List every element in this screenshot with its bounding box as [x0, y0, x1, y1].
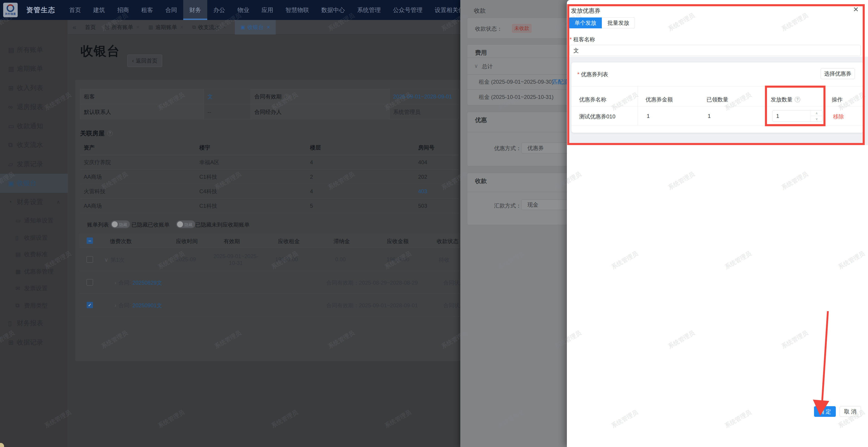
cancel-button[interactable]: 取 消: [840, 406, 861, 417]
row-checkbox[interactable]: [87, 279, 93, 286]
tab-single-issue[interactable]: 单个发放: [569, 18, 602, 28]
nav-item-finance[interactable]: 财务: [183, 0, 207, 20]
back-home-button[interactable]: ‹ 返回首页: [127, 55, 162, 67]
coupon-list-card: 优惠券列表 选择优惠券 优惠券名称 优惠券金额 已领数量 发放数量? 操作 测试…: [571, 62, 864, 133]
select-all-checkbox[interactable]: –: [87, 237, 93, 244]
status-label: 收款状态：: [475, 25, 502, 32]
sidebar-item-all-bills[interactable]: ▤所有账单: [0, 40, 68, 59]
hide-paid-bills-toggle[interactable]: 隐藏: [111, 220, 130, 228]
collapse-icon[interactable]: ∨: [474, 63, 478, 69]
table-row: 安庆疗养院幸福A区 4404: [80, 155, 458, 170]
overdue-doc-icon: ▥: [148, 24, 153, 30]
sidebar-item-fee-types[interactable]: ⧉费用类型: [0, 297, 68, 314]
issue-qty-input[interactable]: 1: [773, 111, 811, 122]
bills-table: – 缴费次数 应收时间 有效期 应收租金 滞纳金 应收金额 收款状态 ∨第1次 …: [80, 234, 483, 316]
close-tab-icon[interactable]: ✕: [136, 25, 140, 30]
room-link[interactable]: 403: [418, 188, 427, 195]
tenant-link[interactable]: 文: [208, 93, 213, 100]
info-label-contact: 默认联系人: [80, 104, 204, 120]
confirm-button[interactable]: 确 定: [814, 406, 836, 417]
tab-batch-issue[interactable]: 批量发放: [602, 18, 635, 28]
expand-row-icon[interactable]: ›: [115, 280, 116, 286]
sidebar-item-invoice-records[interactable]: ▱发票记录: [0, 155, 68, 174]
contract-link[interactable]: 20250901文: [132, 302, 162, 308]
issue-qty-stepper[interactable]: 1 ∧ ∨: [772, 110, 823, 122]
status-badge: 未收款: [512, 24, 531, 33]
sidebar-item-finance-settings[interactable]: ◔财务设置∧: [0, 192, 68, 212]
coupon-amount-cell: 1: [647, 113, 650, 119]
logo-swirl-icon: [7, 4, 14, 12]
nav-item-property[interactable]: 物业: [231, 0, 255, 20]
tenant-name-label: 租客名称: [569, 36, 595, 43]
sidebar-item-notice-settings[interactable]: ▭通知单设置: [0, 212, 68, 229]
sidebar-item-coupon-management[interactable]: ▦优惠券管理: [0, 263, 68, 280]
nav-item-tenant[interactable]: 租客: [135, 0, 159, 20]
close-icon[interactable]: ✕: [853, 5, 859, 13]
stepper-up-icon[interactable]: ∧: [811, 111, 823, 116]
sidebar-item-overdue-bills[interactable]: ▥逾期账单: [0, 59, 68, 78]
collapse-tabs-icon[interactable]: «: [72, 23, 76, 31]
nav-item-home[interactable]: 首页: [63, 0, 87, 20]
table-row: AA商场C1科技 2202: [80, 170, 458, 184]
chevron-left-icon: ‹: [132, 58, 134, 64]
collapse-row-icon[interactable]: ∨: [104, 257, 108, 263]
sidebar-item-income-list[interactable]: ⊞收入列表: [0, 79, 68, 97]
discount-title: 优惠: [475, 116, 487, 124]
close-tab-icon[interactable]: ✕: [223, 25, 226, 30]
hide-paid-bills-label: 已隐藏已收账单: [131, 221, 169, 228]
cashier-card: 租客 文 合同有效期? 2025-09-01~2028-09-01 默认联系人 …: [75, 80, 460, 361]
nav-item-datacenter[interactable]: 数据中心: [315, 0, 351, 20]
message-icon: ▭: [8, 122, 14, 130]
report-icon: ▯: [8, 320, 11, 327]
fee-row-rent-2: 租金 (2025-10-01~2025-10-31): [479, 93, 554, 101]
fixed-column-divider: [638, 86, 638, 125]
sidebar-item-finance-report[interactable]: ▯财务报表: [0, 314, 68, 333]
sidebar-item-checkout-report[interactable]: ∞退房报表: [0, 97, 68, 117]
drawer-title: 收款: [474, 7, 486, 15]
info-label-tenant: 租客: [80, 89, 204, 104]
sidebar-item-receipt-settings[interactable]: ▯收据设置: [0, 229, 68, 246]
row-checkbox[interactable]: [87, 256, 93, 263]
hide-undue-bills-toggle[interactable]: 隐藏: [176, 220, 195, 228]
nav-item-contract[interactable]: 合同: [159, 0, 183, 20]
remove-coupon-link[interactable]: 移除: [833, 113, 844, 120]
choose-coupon-button[interactable]: 选择优惠券: [820, 68, 855, 79]
nav-item-apps[interactable]: 应用: [255, 0, 279, 20]
nav-item-building[interactable]: 建筑: [87, 0, 111, 20]
fee-type-icon: ⧉: [16, 302, 20, 309]
close-tab-icon[interactable]: ✕: [267, 25, 270, 30]
nav-item-sysadmin[interactable]: 系统管理: [351, 0, 387, 20]
nav-item-office[interactable]: 办公: [207, 0, 231, 20]
tab-all-bills[interactable]: ▤ 所有账单 ✕: [104, 20, 140, 34]
tab-cashier[interactable]: ▣ 收银台 ✕: [235, 20, 276, 34]
notice-icon: ▭: [16, 217, 21, 224]
stepper-down-icon[interactable]: ∨: [811, 116, 823, 122]
sidebar-item-cash-flow[interactable]: ⧉收支流水: [0, 136, 68, 154]
tenant-name-input[interactable]: 文: [569, 45, 861, 56]
close-tab-icon[interactable]: ✕: [180, 25, 184, 30]
row-checkbox-checked[interactable]: ✓: [87, 302, 93, 308]
flow-copy-icon: ⧉: [192, 24, 196, 30]
sidebar-item-receipt-records[interactable]: ⊞收据记录: [0, 333, 68, 352]
nav-item-leasing[interactable]: 招商: [111, 0, 135, 20]
sidebar-item-fee-standard[interactable]: ▤收费标准: [0, 246, 68, 263]
fee-row-rent-1: 租金 (2025-09-01~2025-09-30): [479, 78, 554, 86]
tab-home[interactable]: 首页: [85, 20, 96, 34]
chevron-up-icon[interactable]: ∧: [57, 199, 60, 205]
link-icon: ∞: [8, 103, 13, 111]
sidebar-item-invoice-settings[interactable]: ✉发票设置: [0, 280, 68, 297]
sidebar-item-payment-notice[interactable]: ▭收款通知: [0, 117, 68, 136]
contract-validity-link[interactable]: 2025-09-01~2028-09-01: [393, 93, 452, 100]
nav-item-wechat[interactable]: 公众号管理: [387, 0, 429, 20]
expand-row-icon[interactable]: ›: [115, 302, 116, 308]
tab-overdue-bills[interactable]: ▥ 逾期账单 ✕: [148, 20, 184, 34]
contract-row: ›合同: 20250829文 合同有效期：2025-08-29~2028-08-…: [80, 271, 483, 294]
nav-item-iot[interactable]: 智慧物联: [279, 0, 315, 20]
tab-cash-flow[interactable]: ⧉ 收支流水 ✕: [192, 20, 226, 34]
sidebar-item-cashier[interactable]: ▣收银台: [0, 174, 68, 193]
contract-link[interactable]: 20250829文: [132, 280, 162, 286]
hide-undue-bills-label: 已隐藏未到应收期账单: [195, 221, 250, 228]
folder-icon: ▱: [8, 160, 13, 168]
coupon-received-cell: 1: [708, 113, 711, 119]
info-value-handler: 系统管理员: [390, 104, 458, 120]
